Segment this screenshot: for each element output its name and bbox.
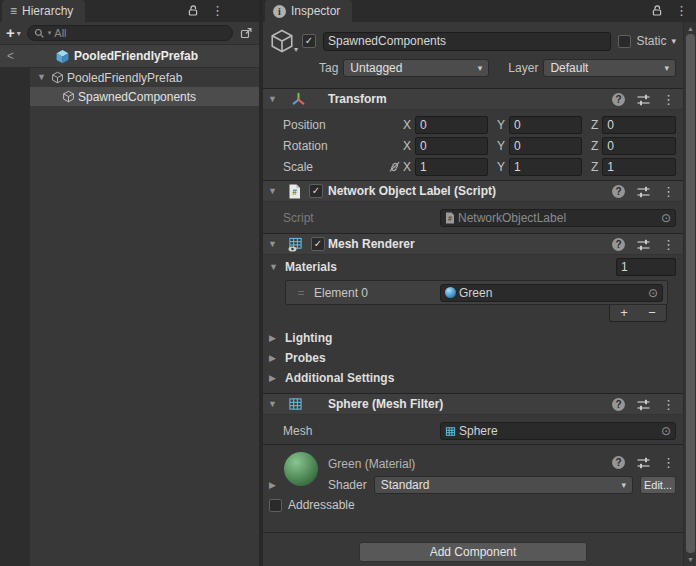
preset-icon[interactable] [637, 239, 650, 251]
transform-header[interactable]: ▼ Transform ? [263, 88, 683, 110]
prefab-back-button[interactable]: < [0, 49, 30, 63]
probes-foldout[interactable]: ▶ Probes [263, 348, 683, 368]
mesh-renderer-header-icons: ? ⋮ [612, 238, 675, 251]
layer-value: Default [550, 61, 588, 75]
kebab-menu-icon[interactable]: ⋮ [211, 4, 224, 17]
materials-foldout-row[interactable]: ▼ Materials [263, 255, 683, 279]
tab-hierarchy[interactable]: ≡ Hierarchy [2, 0, 85, 22]
preset-icon[interactable] [637, 399, 650, 411]
preset-icon[interactable] [637, 186, 650, 198]
add-element-button[interactable]: + [610, 305, 638, 321]
tree-item-spawnedcomponents-selected[interactable]: SpawnedComponents [30, 87, 259, 106]
addressable-checkbox[interactable] [269, 499, 282, 512]
tag-dropdown[interactable]: Untagged ▾ [343, 59, 489, 77]
gameobject-icon[interactable]: ▾ [269, 28, 295, 54]
drag-handle-icon[interactable]: = [290, 286, 312, 300]
scale-y-input[interactable] [509, 158, 582, 176]
foldout-open-icon[interactable]: ▼ [268, 240, 279, 249]
foldout-closed-icon: ▶ [269, 354, 280, 363]
help-icon[interactable]: ? [612, 398, 625, 411]
scrollbar-thumb[interactable] [686, 34, 695, 553]
scroll-down-arrow[interactable]: ▼ [684, 556, 696, 563]
remove-element-button[interactable]: − [638, 305, 666, 321]
search-input[interactable] [54, 27, 226, 39]
help-icon[interactable]: ? [612, 93, 625, 106]
help-icon[interactable]: ? [612, 238, 625, 251]
foldout-closed-icon: ▶ [269, 374, 280, 383]
prefab-root-name[interactable]: PooledFriendlyPrefab [74, 49, 198, 63]
position-z-input[interactable] [602, 116, 676, 134]
chevron-down-icon: ▾ [17, 29, 21, 38]
gameobject-name-input[interactable] [323, 32, 611, 51]
tag-value: Untagged [350, 61, 402, 75]
script-field-row: Script # NetworkObjectLabel ⊙ [263, 208, 683, 228]
rotation-x-input[interactable] [415, 137, 488, 155]
tree-item-label: PooledFriendlyPrefab [67, 71, 182, 85]
object-picker-icon[interactable]: ⊙ [661, 425, 671, 437]
edit-shader-button[interactable]: Edit... [640, 476, 676, 494]
kebab-menu-icon[interactable]: ⋮ [675, 4, 688, 17]
object-picker-icon[interactable]: ⊙ [661, 212, 671, 224]
static-checkbox[interactable] [618, 35, 631, 48]
shader-dropdown[interactable]: Standard ▾ [374, 476, 633, 494]
tag-layer-row: Tag Untagged ▾ Layer Default ▾ [319, 59, 676, 77]
script-header-icons: ? ⋮ [612, 185, 675, 198]
kebab-menu-icon[interactable]: ⋮ [662, 456, 675, 469]
component-enabled-checkbox[interactable]: ✓ [309, 184, 323, 198]
rotation-z-input[interactable] [602, 137, 676, 155]
mesh-renderer-title: Mesh Renderer [328, 237, 415, 251]
hierarchy-list-icon: ≡ [10, 4, 17, 18]
mesh-renderer-header[interactable]: ▼ ✓ Mesh Renderer ? [263, 233, 683, 255]
scroll-up-arrow[interactable]: ▲ [684, 25, 696, 32]
scene-picker-icon[interactable] [239, 26, 253, 40]
kebab-menu-icon[interactable]: ⋮ [662, 238, 675, 251]
materials-size-input[interactable] [616, 258, 676, 276]
scale-z-input[interactable] [602, 158, 676, 176]
foldout-open-icon[interactable]: ▼ [268, 400, 279, 409]
tree-item-pooledfriendlyprefab[interactable]: ▼ PooledFriendlyPrefab [0, 68, 259, 87]
material-foldout-icon[interactable]: ▶ [269, 481, 280, 490]
mesh-object-field[interactable]: Sphere ⊙ [440, 422, 676, 440]
lighting-foldout[interactable]: ▶ Lighting [263, 328, 683, 348]
foldout-open-icon[interactable]: ▼ [269, 263, 280, 272]
gameobject-icon-dropdown: ▾ [294, 45, 298, 54]
addressable-label: Addressable [288, 498, 355, 512]
kebab-menu-icon[interactable]: ⋮ [662, 93, 675, 106]
active-checkbox[interactable]: ✓ [302, 34, 316, 48]
tab-inspector[interactable]: i Inspector [265, 0, 352, 22]
script-object-field[interactable]: # NetworkObjectLabel ⊙ [440, 209, 676, 227]
scale-x-input[interactable] [415, 158, 488, 176]
position-x-input[interactable] [415, 116, 488, 134]
create-button[interactable]: + ▾ [6, 26, 21, 40]
foldout-open-icon[interactable]: ▼ [268, 187, 279, 196]
chevron-down-icon: ▾ [621, 480, 626, 490]
script-header[interactable]: ▼ # ✓ Network Object Label (Script) ? [263, 180, 683, 202]
static-dropdown-icon[interactable]: ▾ [671, 36, 676, 46]
lock-icon[interactable] [651, 4, 663, 17]
mesh-label: Mesh [283, 424, 440, 438]
scale-link-toggle[interactable] [386, 161, 403, 173]
preset-icon[interactable] [637, 457, 650, 469]
lighting-label: Lighting [285, 331, 332, 345]
preset-icon[interactable] [637, 94, 650, 106]
component-enabled-checkbox[interactable]: ✓ [311, 237, 325, 251]
lock-icon[interactable] [187, 4, 199, 17]
position-y-input[interactable] [509, 116, 582, 134]
rotation-y-input[interactable] [509, 137, 582, 155]
foldout-open-icon[interactable]: ▼ [268, 95, 279, 104]
search-filter-arrow-icon[interactable]: ▾ [48, 29, 52, 37]
mesh-field-row: Mesh Sphere ⊙ [263, 421, 683, 441]
additional-settings-foldout[interactable]: ▶ Additional Settings [263, 368, 683, 388]
foldout-open-icon[interactable]: ▼ [37, 73, 48, 82]
kebab-menu-icon[interactable]: ⋮ [662, 185, 675, 198]
help-icon[interactable]: ? [612, 185, 625, 198]
hierarchy-toolbar: + ▾ ▾ [0, 22, 259, 44]
kebab-menu-icon[interactable]: ⋮ [662, 398, 675, 411]
help-icon[interactable]: ? [612, 456, 625, 469]
add-component-button[interactable]: Add Component [359, 542, 587, 562]
layer-dropdown[interactable]: Default ▾ [543, 59, 676, 77]
element0-material-field[interactable]: Green ⊙ [440, 284, 663, 302]
mesh-filter-header[interactable]: ▼ Sphere (Mesh Filter) ? [263, 393, 683, 415]
object-picker-icon[interactable]: ⊙ [648, 287, 658, 299]
svg-text:#: # [292, 187, 297, 197]
